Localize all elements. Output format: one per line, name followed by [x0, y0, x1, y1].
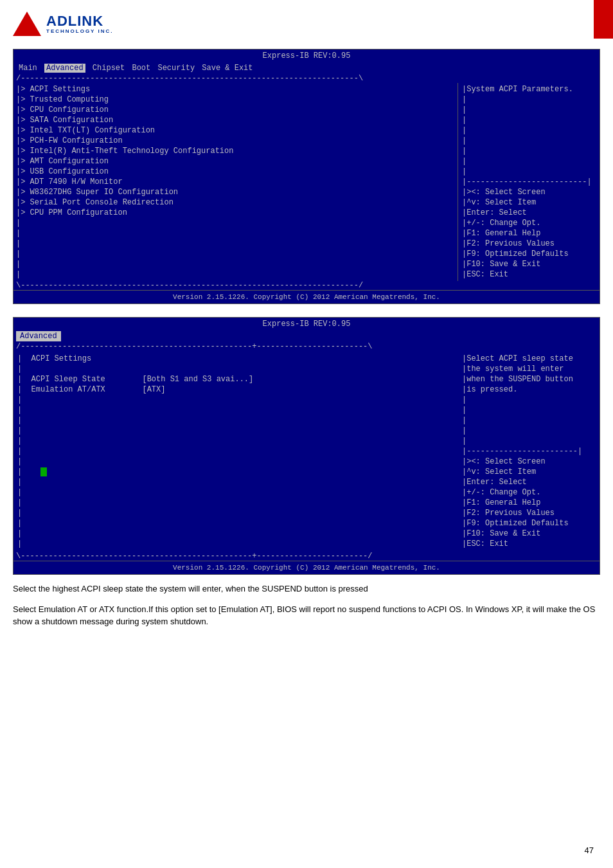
list-item: | — [17, 457, 454, 467]
list-item: | — [17, 446, 454, 457]
help-text: | — [462, 405, 596, 415]
help-f9: |F9: Optimized Defaults — [462, 249, 596, 259]
help-text: | — [462, 115, 596, 125]
list-item: | — [17, 364, 454, 374]
help-text: | — [462, 125, 596, 136]
list-item: |> Trusted Computing — [16, 95, 455, 105]
list-item: | — [17, 529, 454, 539]
list-item: | — [17, 426, 454, 436]
bios-right-panel-1: |System ACPI Parameters. | | | | | | | |… — [458, 83, 600, 281]
list-item: |> AMT Configuration — [16, 156, 455, 167]
bios-footer-1: Version 2.15.1226. Copyright (C) 2012 Am… — [13, 290, 600, 303]
list-item: | — [17, 467, 454, 477]
help-select-item: |^v: Select Item — [462, 197, 596, 208]
bios-left-panel-1: |> ACPI Settings |> Trusted Computing |>… — [13, 83, 458, 281]
help-f2: |F2: Previous Values — [462, 239, 596, 249]
list-item: |> Serial Port Console Redirection — [16, 197, 455, 208]
menu-chipset[interactable]: Chipset — [93, 64, 125, 73]
help-text: | — [462, 395, 596, 405]
help-text: |Select ACPI sleep state — [462, 354, 596, 364]
list-item: | — [17, 498, 454, 508]
bios-title-2: Express-IB REV:0.95 — [13, 318, 600, 330]
help-text: |System ACPI Parameters. — [462, 84, 596, 95]
bios-title-1: Express-IB REV:0.95 — [13, 50, 600, 62]
help-text: | — [462, 95, 596, 105]
list-item: | — [17, 518, 454, 529]
help-select-screen: |><: Select Screen — [462, 187, 596, 197]
list-item: | ACPI Sleep State [Both S1 and S3 avai.… — [17, 374, 454, 384]
list-item: | — [16, 218, 455, 228]
menu-main[interactable]: Main — [19, 64, 37, 73]
help-f10: |F10: Save & Exit — [462, 529, 596, 539]
list-item: | — [17, 508, 454, 518]
list-item: |> USB Configuration — [16, 167, 455, 177]
help-text: | — [462, 105, 596, 115]
list-item: | — [17, 539, 454, 549]
help-change-opt: |+/-: Change Opt. — [462, 218, 596, 228]
logo-company-name: ADLINK — [46, 14, 114, 29]
bios-divider-top-2: /---------------------------------------… — [13, 342, 600, 351]
description-1: Select the highest ACPI sleep state the … — [13, 583, 600, 595]
red-decoration — [594, 0, 613, 39]
help-divider: |--------------------------| — [462, 177, 596, 187]
list-item: | — [16, 259, 455, 269]
help-f2: |F2: Previous Values — [462, 508, 596, 518]
bios-right-panel-2: |Select ACPI sleep state |the system wil… — [458, 351, 600, 552]
help-f1: |F1: General Help — [462, 498, 596, 508]
list-item: | — [17, 436, 454, 446]
bios-screen-1: Express-IB REV:0.95 Main Advanced Chipse… — [13, 49, 600, 304]
logo-text: ADLINK TECHNOLOGY INC. — [46, 14, 114, 35]
bios-content-2: | ACPI Settings | | ACPI Sleep State [Bo… — [13, 351, 600, 552]
bios-footer-2: Version 2.15.1226. Copyright (C) 2012 Am… — [13, 561, 600, 574]
help-text: |when the SUSPEND button — [462, 374, 596, 384]
logo: ADLINK TECHNOLOGY INC. — [13, 12, 114, 36]
list-item: |> CPU PPM Configuration — [16, 208, 455, 218]
list-item: | — [16, 228, 455, 239]
list-item: |> W83627DHG Super IO Configuration — [16, 187, 455, 197]
help-text: | — [462, 156, 596, 167]
list-item: | — [17, 477, 454, 487]
list-item: | — [17, 405, 454, 415]
help-divider: |------------------------| — [462, 446, 596, 457]
help-change-opt: |+/-: Change Opt. — [462, 487, 596, 498]
list-item: | — [17, 487, 454, 498]
logo-subtitle: TECHNOLOGY INC. — [46, 29, 114, 35]
logo-triangle-icon — [13, 12, 41, 36]
section-heading: | ACPI Settings — [17, 354, 454, 364]
list-item: |> Intel TXT(LT) Configuration — [16, 125, 455, 136]
bios-left-panel-2: | ACPI Settings | | ACPI Sleep State [Bo… — [13, 351, 458, 552]
help-text: | — [462, 426, 596, 436]
help-text: | — [462, 136, 596, 146]
help-text: | — [462, 146, 596, 156]
list-item: |> SATA Configuration — [16, 115, 455, 125]
menu-save-exit[interactable]: Save & Exit — [202, 64, 253, 73]
bios-divider-bottom-1: \---------------------------------------… — [13, 281, 600, 290]
list-item: | — [16, 269, 455, 280]
menu-security[interactable]: Security — [157, 64, 195, 73]
menu-advanced[interactable]: Advanced — [44, 64, 85, 73]
bios-divider-top-1: /---------------------------------------… — [13, 74, 600, 83]
help-enter: |Enter: Select — [462, 477, 596, 487]
help-text: |the system will enter — [462, 364, 596, 374]
bios-menu-1: Main Advanced Chipset Boot Security Save… — [13, 62, 600, 74]
list-item: | — [17, 395, 454, 405]
menu-advanced-2[interactable]: Advanced — [16, 331, 61, 341]
help-text: |is pressed. — [462, 384, 596, 395]
help-f9: |F9: Optimized Defaults — [462, 518, 596, 529]
help-esc: |ESC: Exit — [462, 269, 596, 280]
page-number: 47 — [585, 845, 594, 855]
cursor-icon — [40, 467, 47, 476]
menu-boot[interactable]: Boot — [132, 64, 150, 73]
help-esc: |ESC: Exit — [462, 539, 596, 549]
list-item: | Emulation AT/ATX [ATX] — [17, 384, 454, 395]
list-item: |> Intel(R) Anti-Theft Technology Config… — [16, 146, 455, 156]
bios-content-1: |> ACPI Settings |> Trusted Computing |>… — [13, 83, 600, 281]
header: ADLINK TECHNOLOGY INC. — [0, 0, 613, 42]
help-text: | — [462, 415, 596, 426]
help-enter: |Enter: Select — [462, 208, 596, 218]
help-select-item: |^v: Select Item — [462, 467, 596, 477]
list-item: | — [17, 415, 454, 426]
list-item: | — [16, 249, 455, 259]
bios-screen-2: Express-IB REV:0.95 Advanced /----------… — [13, 317, 600, 575]
bios-divider-bottom-2: \---------------------------------------… — [13, 552, 600, 561]
